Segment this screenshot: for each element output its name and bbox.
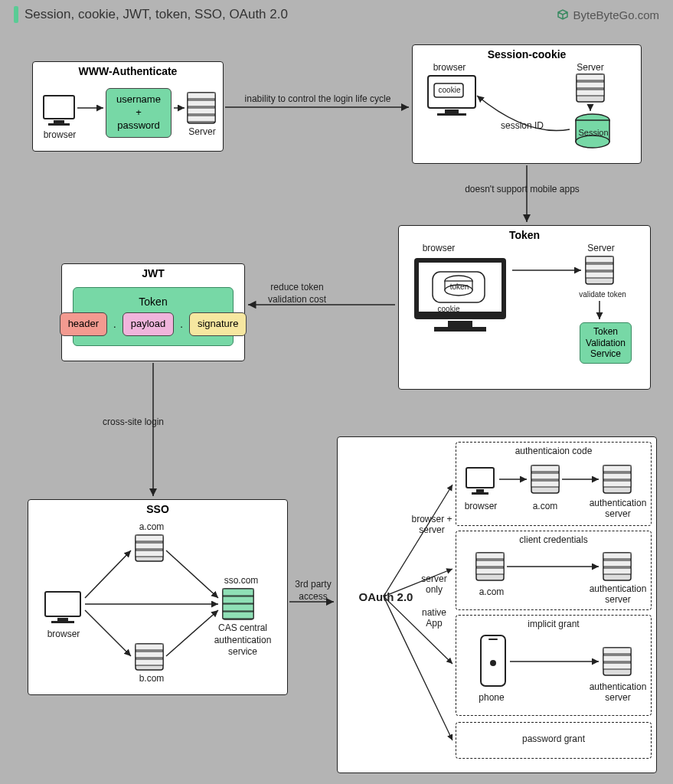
svg-line-53 [85,610,131,656]
brand-text: ByteByteGo.com [573,8,659,21]
jwt-signature: signature [189,312,247,336]
svg-line-88 [384,569,452,596]
oauth-box: OAuth 2.0 authenticaion code browser a.c… [337,436,657,773]
svg-line-55 [166,550,218,598]
sso-arrows [28,500,289,696]
sso-box: SSO browser a.com b.com sso.com CAS cent… [28,499,288,695]
session-cookie-box: Session-cookie browser cookie Server Ses… [412,44,642,164]
oauth-fan-arrows [338,437,658,774]
svg-line-56 [166,610,218,656]
jwt-row: header . payload . signature [83,312,224,336]
www-auth-box: WWW-Authenticate browser username + pass… [32,61,224,152]
title-bar: Session, cookie, JWT, token, SSO, OAuth … [14,6,288,23]
arrow-reduce: reduce token validation cost [266,282,328,305]
brand: ByteByteGo.com [556,8,659,21]
arrow-crosssite: cross-site login [87,416,179,427]
www-arrows [33,62,224,152]
jwt-header: header [60,312,107,336]
svg-line-87 [384,485,452,596]
sc-arrows [413,45,642,165]
arrow-third-party: 3rd party access [294,579,332,603]
jwt-token-label: Token [83,296,224,308]
svg-line-52 [85,550,131,598]
brand-icon [556,8,570,21]
arrow-inability: inability to control the login life cycl… [230,93,406,104]
svg-line-90 [384,596,452,740]
header: Session, cookie, JWT, token, SSO, OAuth … [14,6,659,23]
svg-line-89 [384,596,452,664]
jwt-title: JWT [62,264,244,283]
jwt-payload: payload [123,312,175,336]
tk-arrows [399,226,652,390]
token-box: Token browser token cookie Server valida… [398,225,651,390]
arrow-mobile: doesn't support mobile apps [446,184,599,194]
title-accent [14,6,18,23]
page-title: Session, cookie, JWT, token, SSO, OAuth … [25,7,288,22]
jwt-box: JWT Token header . payload . signature [61,263,245,361]
